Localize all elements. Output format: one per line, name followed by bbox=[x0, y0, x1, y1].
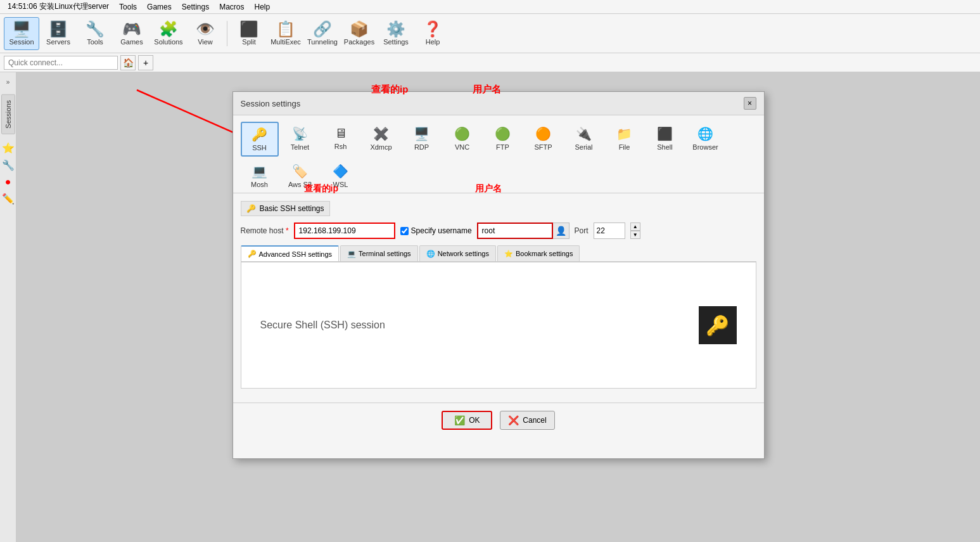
serial-proto-icon: 🔌 bbox=[576, 126, 592, 141]
ok-label: OK bbox=[469, 416, 480, 425]
view-icon: 👁️ bbox=[196, 22, 215, 37]
toolbar-multiexec-button[interactable]: 📋 MultiExec bbox=[268, 17, 303, 50]
rdp-proto-icon: 🖥️ bbox=[414, 126, 430, 141]
proto-tab-browser[interactable]: 🌐 Browser bbox=[687, 122, 725, 157]
port-increment-button[interactable]: ▲ bbox=[630, 223, 640, 231]
toolbar-solutions-button[interactable]: 🧩 Solutions bbox=[151, 17, 186, 50]
sub-tab-terminal[interactable]: 💻 Terminal settings bbox=[340, 245, 418, 261]
sidebar-expand-icon[interactable]: » bbox=[5, 77, 11, 87]
browser-proto-icon: 🌐 bbox=[697, 126, 713, 141]
proto-tab-shell[interactable]: ⬛ Shell bbox=[646, 122, 684, 157]
protocol-tabs: 🔑 SSH 📡 Telnet 🖥 Rsh ✖️ Xdmcp bbox=[233, 115, 764, 193]
port-spinner: ▲ ▼ bbox=[630, 223, 640, 239]
ssh-proto-icon: 🔑 bbox=[251, 127, 267, 142]
proto-tab-wsl[interactable]: 🔷 WSL bbox=[322, 159, 360, 193]
proto-tab-rsh[interactable]: 🖥 Rsh bbox=[322, 122, 360, 157]
basic-ssh-header: 🔑 Basic SSH settings bbox=[241, 201, 330, 216]
proto-tab-serial[interactable]: 🔌 Serial bbox=[565, 122, 603, 157]
sub-tab-advanced[interactable]: 🔑 Advanced SSH settings bbox=[241, 245, 340, 261]
proto-tab-xdmcp[interactable]: ✖️ Xdmcp bbox=[362, 122, 400, 157]
menu-item-macros[interactable]: Macros bbox=[214, 1, 249, 13]
toolbar-games-button[interactable]: 🎮 Games bbox=[114, 17, 150, 50]
port-label: Port bbox=[575, 226, 589, 235]
macros-icon[interactable]: ✏️ bbox=[2, 193, 15, 205]
proto-tab-vnc[interactable]: 🟢 VNC bbox=[443, 122, 481, 157]
proto-tab-rdp[interactable]: 🖥️ RDP bbox=[403, 122, 441, 157]
remote-host-input[interactable] bbox=[294, 223, 395, 239]
quick-connect-input[interactable] bbox=[4, 56, 118, 70]
toolbar-help-button[interactable]: ❓ Help bbox=[415, 17, 450, 50]
red-dot-icon[interactable]: ● bbox=[5, 176, 11, 188]
proto-tab-ssh[interactable]: 🔑 SSH bbox=[241, 122, 279, 157]
cancel-icon: ❌ bbox=[508, 415, 519, 425]
username-input-wrapper: 👤 bbox=[477, 223, 570, 239]
shell-proto-icon: ⬛ bbox=[657, 126, 673, 141]
help-icon: ❓ bbox=[423, 22, 442, 37]
sub-tab-network[interactable]: 🌐 Network settings bbox=[419, 245, 496, 261]
toolbar-view-button[interactable]: 👁️ View bbox=[188, 17, 223, 50]
menu-item-settings[interactable]: Settings bbox=[177, 1, 214, 13]
toolbar-session-button[interactable]: 🖥️ Session bbox=[4, 17, 39, 50]
sub-tab-bookmark[interactable]: ⭐ Bookmark settings bbox=[497, 245, 580, 261]
toolbar: 🖥️ Session 🗄️ Servers 🔧 Tools 🎮 Games 🧩 … bbox=[0, 14, 980, 53]
sftp-proto-icon: 🟠 bbox=[535, 126, 551, 141]
toolbar-packages-button[interactable]: 📦 Packages bbox=[341, 17, 377, 50]
settings-icon: ⚙️ bbox=[386, 22, 405, 37]
file-proto-icon: 📁 bbox=[616, 126, 632, 141]
toolbar-tools-button[interactable]: 🔧 Tools bbox=[77, 17, 113, 50]
proto-tab-wsl-label: WSL bbox=[333, 181, 348, 188]
toolbar-solutions-label: Solutions bbox=[154, 38, 182, 46]
sidebar-tab-sessions[interactable]: Sessions bbox=[1, 94, 15, 134]
proto-tab-mosh-label: Mosh bbox=[251, 181, 268, 188]
vnc-proto-icon: 🟢 bbox=[454, 126, 470, 141]
proto-tab-awss3[interactable]: 🏷️ Aws S3 bbox=[281, 159, 319, 193]
proto-tab-ftp[interactable]: 🟢 FTP bbox=[484, 122, 522, 157]
specify-username-checkbox-label[interactable]: Specify username bbox=[400, 226, 472, 235]
toolbar-settings-button[interactable]: ⚙️ Settings bbox=[378, 17, 414, 50]
advanced-tab-icon: 🔑 bbox=[248, 250, 257, 258]
add-session-button[interactable]: + bbox=[138, 55, 153, 70]
menu-bar: 14:51:06 安装Linux代理server Tools Games Set… bbox=[0, 0, 980, 14]
cancel-button[interactable]: ❌ Cancel bbox=[500, 411, 554, 430]
menu-item-title[interactable]: 14:51:06 安装Linux代理server bbox=[3, 0, 114, 13]
sub-tabs: 🔑 Advanced SSH settings 💻 Terminal setti… bbox=[241, 245, 756, 262]
star-icon[interactable]: ⭐ bbox=[2, 142, 15, 154]
awss3-proto-icon: 🏷️ bbox=[292, 164, 308, 179]
toolbar-view-label: View bbox=[198, 38, 213, 46]
menu-item-games[interactable]: Games bbox=[142, 1, 177, 13]
toolbar-servers-button[interactable]: 🗄️ Servers bbox=[41, 17, 76, 50]
modal-footer: ✅ OK ❌ Cancel bbox=[233, 403, 764, 437]
modal-close-button[interactable]: × bbox=[744, 97, 756, 110]
proto-tab-mosh[interactable]: 💻 Mosh bbox=[241, 159, 279, 193]
ok-button[interactable]: ✅ OK bbox=[442, 411, 492, 430]
multiexec-icon: 📋 bbox=[276, 22, 295, 37]
tools-sidebar-icon[interactable]: 🔧 bbox=[2, 159, 15, 171]
proto-tab-file[interactable]: 📁 File bbox=[606, 122, 644, 157]
toolbar-tunneling-button[interactable]: 🔗 Tunneling bbox=[305, 17, 340, 50]
toolbar-settings-label: Settings bbox=[383, 38, 409, 46]
menu-item-tools[interactable]: Tools bbox=[114, 1, 142, 13]
proto-tab-telnet[interactable]: 📡 Telnet bbox=[281, 122, 319, 157]
toolbar-split-button[interactable]: ⬛ Split bbox=[231, 17, 267, 50]
modal-overlay: Session settings × 🔑 SSH 📡 Telnet 🖥 bbox=[16, 72, 980, 542]
toolbar-servers-label: Servers bbox=[46, 38, 70, 46]
specify-username-checkbox[interactable] bbox=[400, 227, 409, 235]
mosh-proto-icon: 💻 bbox=[251, 164, 267, 179]
username-input[interactable] bbox=[477, 223, 553, 239]
proto-tab-shell-label: Shell bbox=[657, 143, 672, 151]
username-picker-button[interactable]: 👤 bbox=[553, 223, 570, 239]
terminal-tab-label: Terminal settings bbox=[359, 250, 411, 257]
proto-tab-sftp[interactable]: 🟠 SFTP bbox=[525, 122, 563, 157]
proto-tab-file-label: File bbox=[619, 143, 630, 151]
toolbar-help-label: Help bbox=[426, 38, 440, 46]
home-button[interactable]: 🏠 bbox=[120, 55, 136, 70]
proto-tab-ssh-label: SSH bbox=[252, 144, 267, 152]
port-decrement-button[interactable]: ▼ bbox=[630, 231, 640, 239]
proto-tab-browser-label: Browser bbox=[692, 143, 718, 151]
toolbar-separator bbox=[227, 21, 227, 46]
menu-item-help[interactable]: Help bbox=[249, 1, 275, 13]
proto-tab-rsh-label: Rsh bbox=[334, 143, 347, 150]
cancel-label: Cancel bbox=[523, 416, 546, 425]
quick-connect-bar: 🏠 + bbox=[0, 53, 980, 72]
port-input[interactable] bbox=[594, 223, 625, 239]
